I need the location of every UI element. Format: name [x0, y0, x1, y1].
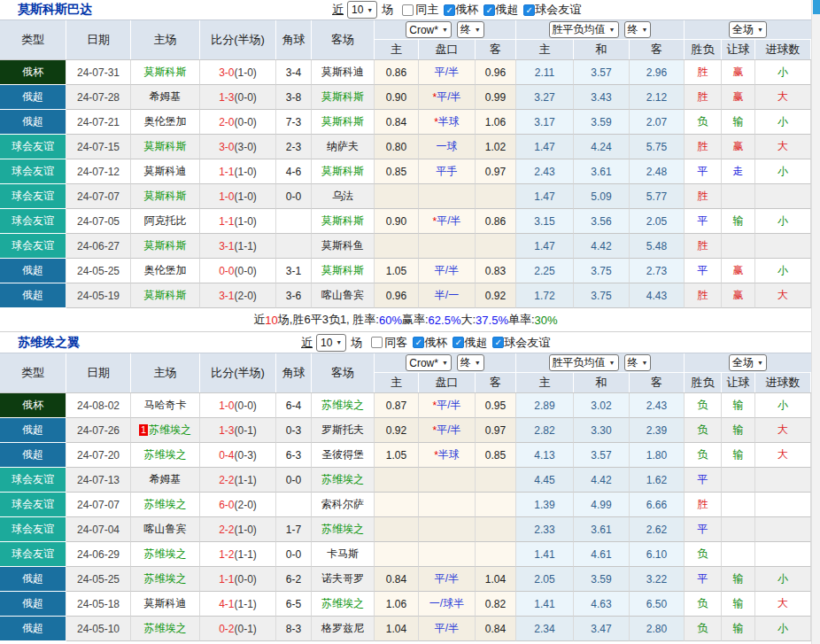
away-team-name[interactable]: 乌法	[332, 189, 353, 204]
away-team-name[interactable]: 诺夫哥罗	[321, 571, 364, 586]
cell-avg-home: 1.47	[516, 234, 574, 259]
league-label: 球会友谊	[535, 2, 581, 18]
cell-odds-home	[375, 468, 419, 493]
away-team-name[interactable]: 莫斯科斯	[321, 164, 364, 179]
company-select[interactable]: Crow*▼	[406, 354, 452, 371]
home-team-name[interactable]: 希姆基	[150, 472, 182, 487]
away-team-name[interactable]: 圣彼得堡	[321, 447, 364, 462]
chevron-down-icon: ▼	[442, 360, 448, 366]
away-team-name[interactable]: 莫斯科迪	[321, 65, 364, 80]
cell-date: 24-07-31	[66, 60, 131, 85]
home-team-name[interactable]: 莫斯科斯	[144, 189, 187, 204]
away-team-name[interactable]: 莫斯科鱼	[321, 238, 364, 253]
cell-odds-home: 0.84	[375, 567, 419, 592]
near-link[interactable]: 近	[332, 2, 344, 18]
away-team-name[interactable]: 莫斯科斯	[321, 114, 364, 129]
home-team-name[interactable]: 苏维埃之	[144, 621, 187, 636]
away-team-name[interactable]: 莫斯科斯	[321, 89, 364, 105]
home-team-name[interactable]: 莫斯科斯	[144, 139, 187, 154]
average-final-select[interactable]: 终▼	[624, 21, 652, 38]
home-team-name[interactable]: 阿克托比	[144, 213, 187, 229]
away-team-name[interactable]: 莫斯科斯	[321, 263, 364, 278]
score-halftime: (1-0)	[235, 66, 257, 79]
games-count-select[interactable]: 10▼	[316, 334, 346, 352]
home-team-name[interactable]: 苏维埃之	[144, 547, 187, 562]
cell-home-team: 莫斯科斯	[131, 234, 200, 259]
home-team-name[interactable]: 奥伦堡加	[144, 114, 187, 129]
cell-avg-draw: 3.43	[574, 85, 630, 110]
cell-result: 平	[685, 259, 722, 283]
score-halftime: (1-1)	[235, 598, 257, 610]
vertical-scrollbar[interactable]	[811, 0, 820, 644]
average-select[interactable]: 胜平负均值▼	[549, 21, 619, 38]
away-team-name[interactable]: 索科尔萨	[321, 497, 364, 512]
scrollbar-thumb[interactable]	[813, 0, 820, 14]
home-team-name[interactable]: 莫斯科斯	[144, 65, 187, 80]
home-team-name[interactable]: 莫斯科迪	[144, 164, 187, 179]
league-checkbox[interactable]: ✓	[453, 337, 464, 348]
home-team-name[interactable]: 莫斯科斯	[144, 238, 187, 253]
away-team-name[interactable]: 莫斯科斯	[321, 213, 364, 229]
home-team-name[interactable]: 希姆基	[150, 89, 182, 105]
home-team-name[interactable]: 喀山鲁宾	[144, 522, 187, 537]
cell-handicap	[419, 517, 476, 542]
same-venue-checkbox[interactable]	[402, 4, 414, 16]
league-checkbox[interactable]: ✓	[523, 4, 535, 16]
away-team-name[interactable]: 苏维埃之	[321, 398, 364, 413]
cell-handicap-result	[722, 493, 755, 517]
scope-select[interactable]: 全场▼	[729, 21, 767, 38]
cell-score: 3-0(3-0)	[200, 135, 276, 159]
cell-odds-home: 0.84	[375, 110, 419, 135]
cell-avg-draw: 4.99	[574, 493, 630, 517]
away-team-name[interactable]: 苏维埃之	[321, 596, 364, 611]
cell-odds-home: 1.04	[375, 617, 419, 641]
league-checkbox[interactable]: ✓	[444, 4, 455, 16]
away-team-name[interactable]: 纳萨夫	[327, 139, 359, 154]
away-team-name[interactable]: 苏维埃之	[321, 472, 364, 487]
home-team-name[interactable]: 莫斯科斯	[144, 288, 187, 303]
home-team-name[interactable]: 苏维埃之	[144, 447, 187, 462]
away-team-name[interactable]: 卡马斯	[327, 547, 359, 562]
home-team-name[interactable]: 苏维埃之	[144, 497, 187, 512]
company-select[interactable]: Crow*▼	[406, 21, 452, 38]
score-fulltime: 0-4	[219, 449, 234, 462]
league-checkbox[interactable]: ✓	[483, 4, 495, 16]
home-team-badge: 1	[139, 424, 148, 436]
cell-result: 胜	[685, 283, 722, 308]
home-team-name[interactable]: 苏维埃之	[149, 423, 191, 438]
cell-avg-away: 2.05	[630, 209, 685, 234]
odds-select-group: Crow*▼ 终▼	[375, 20, 516, 39]
league-checkbox[interactable]: ✓	[492, 337, 504, 348]
cell-goals: 大	[755, 418, 811, 443]
scope-select[interactable]: 全场▼	[729, 354, 767, 371]
games-count-select[interactable]: 10▼	[347, 1, 377, 19]
cell-result: 负	[685, 110, 722, 135]
average-select[interactable]: 胜平负均值▼	[549, 354, 619, 371]
header-left-columns: 类型 日期 主场 比分(半场) 角球 客场	[0, 20, 375, 59]
away-team-name[interactable]: 罗斯托夫	[321, 423, 364, 438]
handicap-text: 一球	[437, 139, 458, 154]
league-checkbox[interactable]: ✓	[413, 337, 424, 348]
score-halftime: (0-1)	[235, 623, 257, 635]
home-team-name[interactable]: 马哈奇卡	[144, 398, 187, 413]
match-row: 球会友谊 24-07-07 莫斯科斯 1-0(1-0) 0-0 乌法 1.47 …	[0, 184, 811, 209]
header-cell-date: 日期	[66, 20, 131, 59]
away-team-name[interactable]: 苏维埃之	[321, 522, 364, 537]
home-team-name[interactable]: 苏维埃之	[144, 571, 187, 586]
company-final-select[interactable]: 终▼	[457, 354, 484, 371]
company-final-select[interactable]: 终▼	[457, 21, 484, 38]
league-label: 球会友谊	[504, 335, 550, 351]
away-team-name[interactable]: 喀山鲁宾	[321, 288, 364, 303]
average-final-select[interactable]: 终▼	[624, 354, 652, 371]
home-team-name[interactable]: 奥伦堡加	[144, 263, 187, 278]
cell-goals: 大	[755, 592, 811, 617]
header-cell-home: 主场	[131, 20, 200, 59]
score-halftime: (0-1)	[235, 424, 257, 437]
cell-handicap	[419, 493, 476, 517]
away-team-name[interactable]: 格罗兹尼	[321, 621, 364, 636]
chevron-down-icon: ▼	[336, 339, 342, 345]
same-venue-checkbox[interactable]	[371, 337, 383, 348]
near-link[interactable]: 近	[301, 335, 313, 351]
home-team-name[interactable]: 莫斯科迪	[144, 596, 187, 611]
cell-result: 胜	[685, 60, 722, 85]
